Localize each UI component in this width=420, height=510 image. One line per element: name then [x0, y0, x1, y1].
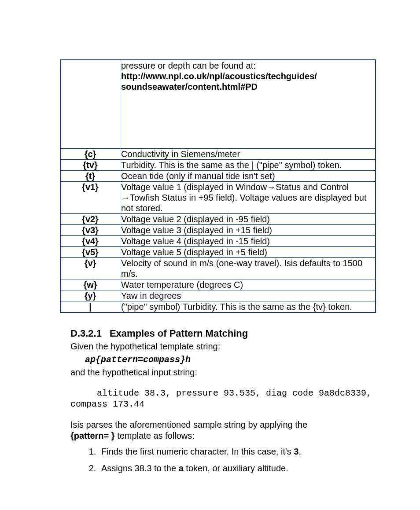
desc-cell: Voltage value 4 (displayed in -15 field) — [120, 236, 376, 247]
token-cell: {y} — [60, 290, 120, 301]
desc-cell: ("pipe" symbol) Turbidity. This is the s… — [120, 301, 376, 313]
table-row: {w} Water temperature (degrees C) — [60, 279, 376, 290]
desc-cell: Velocity of sound in m/s (one-way travel… — [120, 258, 376, 279]
heading-number: D.3.2.1 — [70, 328, 102, 339]
desc-cell: Yaw in degrees — [120, 290, 376, 301]
desc-cell: pressure or depth can be found at: http:… — [120, 60, 376, 149]
token-cell: {v2} — [60, 214, 120, 225]
table-row: {v4} Voltage value 4 (displayed in -15 f… — [60, 236, 376, 247]
table-row: {y} Yaw in degrees — [60, 290, 376, 301]
desc-cell: Voltage value 1 (displayed in Window→Sta… — [120, 182, 376, 214]
heading-title: Examples of Pattern Matching — [110, 328, 248, 339]
paragraph: and the hypothetical input string: — [70, 367, 368, 378]
desc-cell: Voltage value 3 (displayed in +15 field) — [120, 225, 376, 236]
token-cell: {c} — [60, 149, 120, 160]
token-cell: {v} — [60, 258, 120, 279]
token-cell: {v1} — [60, 182, 120, 214]
token-cell: {t} — [60, 171, 120, 182]
template-string: ap{pattern=compass}h — [85, 354, 368, 365]
table-row: {tv} Turbidity. This is the same as the … — [60, 160, 376, 171]
table-row: pressure or depth can be found at: http:… — [60, 60, 376, 149]
code-block: altitude 38.3, pressure 93.535, diag cod… — [70, 388, 368, 410]
token-cell: | — [60, 301, 120, 313]
table-row: {v2} Voltage value 2 (displayed in -95 f… — [60, 214, 376, 225]
desc-url: http://www.npl.co.uk/npl/acoustics/techg… — [121, 71, 317, 92]
token-cell: {tv} — [60, 160, 120, 171]
token-table: pressure or depth can be found at: http:… — [60, 59, 376, 313]
paragraph: Given the hypothetical template string: — [70, 341, 368, 352]
table-row: {v1} Voltage value 1 (displayed in Windo… — [60, 182, 376, 214]
desc-cell: Conductivity in Siemens/meter — [120, 149, 376, 160]
list-item: Finds the first numeric character. In th… — [99, 446, 368, 457]
desc-cell: Voltage value 5 (displayed in +5 field) — [120, 247, 376, 258]
token-cell: {v4} — [60, 236, 120, 247]
desc-cell: Water temperature (degrees C) — [120, 279, 376, 290]
table-row: {v5} Voltage value 5 (displayed in +5 fi… — [60, 247, 376, 258]
list-item: Assigns 38.3 to the a token, or auxiliar… — [99, 462, 368, 474]
section-heading: D.3.2.1Examples of Pattern Matching — [70, 328, 368, 339]
desc-pre: pressure or depth can be found at: — [121, 61, 256, 70]
table-row: {v} Velocity of sound in m/s (one-way tr… — [60, 258, 376, 279]
table-row: {c} Conductivity in Siemens/meter — [60, 149, 376, 160]
table-row: | ("pipe" symbol) Turbidity. This is the… — [60, 301, 376, 313]
steps-list: Finds the first numeric character. In th… — [86, 446, 368, 474]
paragraph: Isis parses the aforementioned sample st… — [70, 419, 368, 441]
desc-cell: Ocean tide (only if manual tide isn't se… — [120, 171, 376, 182]
token-cell: {w} — [60, 279, 120, 290]
desc-cell: Turbidity. This is the same as the | ("p… — [120, 160, 376, 171]
document-page: pressure or depth can be found at: http:… — [0, 59, 420, 509]
token-cell: {v3} — [60, 225, 120, 236]
token-cell — [60, 60, 120, 149]
table-row: {t} Ocean tide (only if manual tide isn'… — [60, 171, 376, 182]
desc-cell: Voltage value 2 (displayed in -95 field) — [120, 214, 376, 225]
table-row: {v3} Voltage value 3 (displayed in +15 f… — [60, 225, 376, 236]
token-cell: {v5} — [60, 247, 120, 258]
